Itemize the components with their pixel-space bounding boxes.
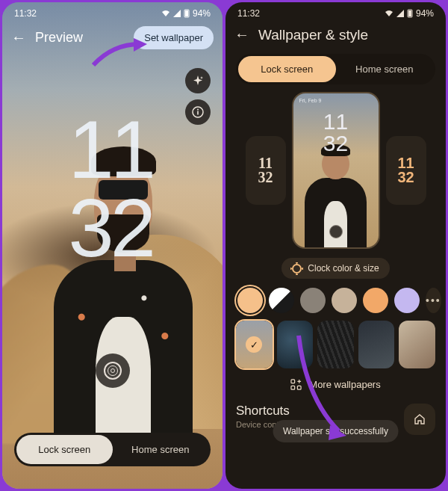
signal-icon (173, 10, 181, 17)
svg-rect-7 (291, 380, 295, 383)
color-swatch[interactable] (394, 288, 420, 313)
back-arrow-icon[interactable]: ← (11, 29, 26, 46)
fingerprint-icon (104, 362, 122, 380)
battery-icon (407, 9, 413, 18)
status-icons: 94% (385, 8, 434, 19)
wifi-icon (161, 10, 170, 17)
wallpaper-thumb[interactable] (277, 321, 314, 368)
clock-minute: 32 (397, 170, 414, 185)
preview-clock: 11 32 (293, 111, 379, 154)
set-wallpaper-button[interactable]: Set wallpaper (134, 26, 214, 49)
tab-home-screen[interactable]: Home screen (336, 56, 434, 82)
svg-rect-8 (291, 386, 295, 389)
lock-screen-preview[interactable]: Fri, Feb 9 11 32 (292, 92, 380, 249)
tab-home-screen[interactable]: Home screen (113, 435, 209, 464)
gear-icon (292, 264, 302, 274)
battery-percent: 94% (193, 8, 211, 19)
more-wallpapers-label: More wallpapers (309, 379, 380, 390)
color-swatches: ••• (225, 285, 446, 321)
page-title: Preview (35, 30, 125, 46)
screen-target-tabs: Lock screen Home screen (236, 54, 435, 84)
svg-point-3 (197, 109, 199, 111)
page-title: Wallpaper & style (258, 27, 368, 43)
wallpaper-thumb[interactable] (358, 321, 395, 368)
color-swatch[interactable] (237, 288, 263, 313)
header: ← Wallpaper & style (225, 20, 446, 49)
svg-rect-9 (298, 386, 302, 389)
status-time: 11:32 (237, 8, 260, 19)
clock-style-option[interactable]: 11 32 (246, 136, 286, 205)
fingerprint-button[interactable] (96, 353, 130, 388)
wallpaper-thumb[interactable] (399, 321, 435, 368)
clock-style-carousel[interactable]: 11 32 Fri, Feb 9 11 32 11 32 (225, 92, 446, 249)
info-button[interactable] (185, 99, 211, 125)
tab-lock-screen[interactable]: Lock screen (238, 56, 336, 82)
clock-minute: 32 (293, 133, 379, 155)
header: ← Preview Set wallpaper (2, 20, 223, 55)
lock-clock: 11 32 (69, 111, 152, 267)
battery-icon (184, 9, 190, 18)
shortcut-home-button[interactable] (404, 404, 435, 435)
grid-plus-icon (290, 379, 302, 390)
back-arrow-icon[interactable]: ← (234, 26, 249, 43)
clock-style-option[interactable]: 11 32 (386, 136, 426, 205)
svg-rect-4 (197, 111, 199, 115)
clock-color-size-button[interactable]: Clock color & size (281, 258, 389, 279)
clock-hour: 11 (293, 111, 379, 133)
more-colors-button[interactable]: ••• (426, 288, 441, 313)
color-swatch[interactable] (332, 288, 357, 313)
fingerprint-icon (329, 225, 343, 238)
svg-rect-1 (185, 10, 188, 16)
info-icon (192, 106, 204, 118)
preview-date: Fri, Feb 9 (299, 98, 322, 103)
battery-percent: 94% (416, 8, 434, 19)
more-wallpapers-button[interactable]: More wallpapers (225, 368, 446, 398)
clock-hour: 11 (69, 111, 152, 189)
toast-message: Wallpaper set successfully (273, 420, 399, 442)
clock-color-size-label: Clock color & size (308, 263, 379, 274)
wallpaper-thumb[interactable]: ✓ (236, 321, 273, 368)
wifi-icon (385, 10, 393, 17)
preview-tabs: Lock screen Home screen (14, 433, 211, 466)
color-swatch[interactable] (363, 288, 388, 313)
status-time: 11:32 (14, 8, 37, 19)
sparkle-icon (192, 75, 204, 87)
wallpaper-style-screen: 11:32 94% ← Wallpaper & style Lock scree… (225, 2, 446, 489)
tab-lock-screen[interactable]: Lock screen (16, 435, 113, 464)
signal-icon (396, 10, 404, 17)
clock-minute: 32 (258, 170, 273, 185)
preview-screen: 11:32 94% ← Preview Set wallpaper 11 32 … (2, 2, 223, 489)
home-icon (414, 413, 426, 425)
wallpaper-thumbs: ✓ (225, 321, 446, 368)
check-icon: ✓ (246, 336, 262, 353)
status-bar: 11:32 94% (225, 2, 446, 20)
clock-minute: 32 (69, 189, 152, 268)
svg-rect-6 (408, 10, 411, 16)
status-bar: 11:32 94% (2, 2, 223, 20)
wallpaper-thumb[interactable] (317, 321, 354, 368)
ai-sparkle-button[interactable] (185, 68, 211, 93)
shortcuts-title: Shortcuts (236, 404, 404, 419)
color-swatch[interactable] (269, 288, 294, 313)
color-swatch[interactable] (300, 288, 326, 313)
status-icons: 94% (161, 8, 211, 19)
